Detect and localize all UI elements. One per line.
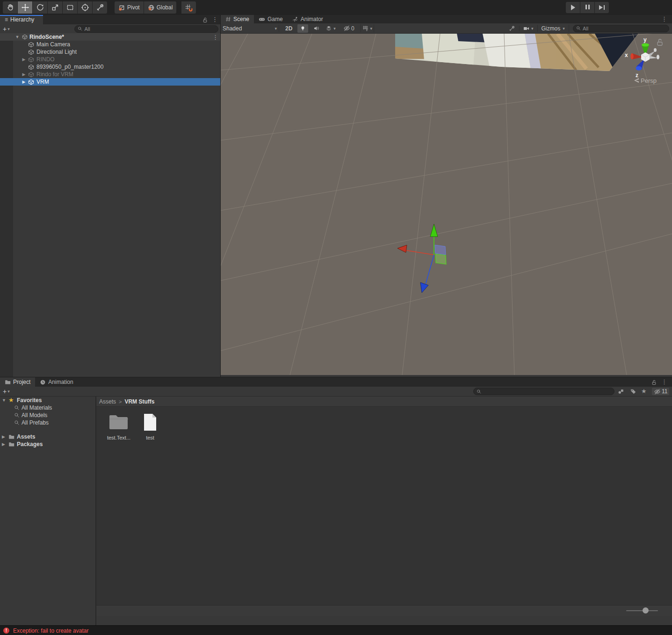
dropdown-arrow-icon: ▾ (370, 26, 373, 31)
shading-mode-value: Shaded (223, 25, 242, 32)
rotate-tool-button[interactable] (33, 1, 47, 14)
scene-menu-icon[interactable]: ⋮ (212, 34, 218, 41)
expander-icon[interactable]: ▶ (22, 72, 26, 77)
gizmos-dropdown[interactable]: Gizmos ▾ (537, 25, 569, 32)
grid-snap-icon (185, 4, 193, 12)
hierarchy-item-rindo[interactable]: ▶ RINDO (0, 56, 220, 63)
hand-tool-button[interactable] (3, 1, 17, 14)
search-icon (14, 405, 20, 411)
status-bar[interactable]: ! Exception: fail to create avatar (0, 625, 672, 635)
favorites-item-all-materials[interactable]: All Materials (0, 404, 95, 411)
gizmo-plane-handle-green[interactable] (435, 254, 446, 264)
pivot-icon (118, 4, 125, 11)
breadcrumb-root[interactable]: Assets (99, 398, 116, 405)
move-tool-button[interactable] (18, 1, 32, 14)
pause-button[interactable] (580, 2, 594, 13)
scale-tool-button[interactable] (48, 1, 62, 14)
shading-mode-dropdown[interactable]: Shaded ▾ (223, 25, 279, 32)
scene-grid-dropdown[interactable]: ▾ (361, 24, 375, 32)
scene-viewport[interactable]: y x z Persp (221, 34, 672, 375)
tab-hierarchy[interactable]: ≡ Hierarchy (0, 15, 43, 24)
hierarchy-toolbar: + ▾ (0, 24, 220, 34)
2d-toggle-button[interactable]: 2D (283, 25, 295, 32)
tab-project[interactable]: Project (0, 377, 35, 387)
play-button[interactable] (566, 2, 580, 13)
hierarchy-create-button[interactable]: + ▾ (3, 25, 10, 33)
tree-item-assets[interactable]: ▶ Assets (0, 433, 95, 440)
project-panel-menu-icon[interactable]: ⋮ (661, 378, 667, 385)
unity-editor-window: Pivot Global (0, 0, 672, 635)
pivot-toggle-button[interactable]: Pivot (115, 1, 144, 14)
scene-panel: Scene Game Animator ⋮ Shaded ▾ (221, 15, 672, 377)
hierarchy-panel-menu-icon[interactable]: ⋮ (212, 16, 218, 23)
transform-tool-button[interactable] (78, 1, 92, 14)
expander-icon[interactable]: ▶ (2, 442, 5, 447)
project-create-button[interactable]: + ▾ (3, 388, 10, 395)
hierarchy-search-input[interactable] (84, 26, 215, 32)
favorites-item-all-models[interactable]: All Models (0, 411, 95, 419)
gizmo-plane-handle-blue[interactable] (435, 245, 446, 255)
asset-item-folder[interactable]: test.Text... (102, 413, 136, 440)
wrench-icon (96, 3, 104, 12)
expander-icon[interactable]: ▼ (2, 398, 6, 403)
scene-lighting-toggle[interactable] (297, 24, 308, 33)
scene-search[interactable] (573, 25, 669, 32)
folder-large-icon (108, 413, 130, 431)
scene-tools-icon[interactable] (508, 25, 515, 32)
scene-audio-toggle[interactable] (311, 24, 321, 32)
scene-panel-menu-icon[interactable]: ⋮ (661, 15, 667, 22)
hierarchy-item-rindo-for-vrm[interactable]: ▶ Rindo for VRM (0, 71, 220, 78)
project-hidden-packages-toggle[interactable]: 11 (652, 388, 669, 395)
expander-icon[interactable]: ▶ (2, 434, 5, 439)
hierarchy-item-directional-light[interactable]: Directional Light (0, 48, 220, 56)
breadcrumb-current[interactable]: VRM Stuffs (124, 398, 154, 405)
lock-icon[interactable] (202, 17, 208, 23)
custom-tool-button[interactable] (93, 1, 107, 14)
lock-icon[interactable] (651, 379, 657, 385)
tab-scene[interactable]: Scene (221, 15, 254, 23)
gamepad-icon (259, 16, 265, 22)
tab-animation[interactable]: Animation (35, 377, 78, 387)
error-icon: ! (3, 628, 9, 634)
search-by-label-icon[interactable] (630, 388, 636, 395)
scene-hidden-objects-toggle[interactable]: 0 (342, 24, 356, 33)
project-search[interactable] (473, 388, 614, 395)
hand-icon (6, 3, 14, 12)
favorites-header-row[interactable]: ▼ ★ Favorites (0, 397, 95, 404)
animation-tab-label: Animation (48, 379, 73, 385)
hierarchy-item-vrm[interactable]: ▶ VRM (0, 78, 220, 86)
favorites-item-all-prefabs[interactable]: All Prefabs (0, 419, 95, 426)
rect-tool-button[interactable] (63, 1, 77, 14)
global-toggle-button[interactable]: Global (144, 1, 177, 14)
tab-game[interactable]: Game (254, 15, 288, 23)
scene-effects-dropdown[interactable]: ▾ (324, 24, 337, 32)
scene-search-input[interactable] (583, 26, 666, 31)
animator-icon (292, 16, 298, 22)
scene-camera-dropdown[interactable]: ▾ (519, 26, 534, 31)
thumbnail-size-slider-track[interactable] (626, 610, 658, 611)
hierarchy-item-main-camera[interactable]: Main Camera (0, 41, 220, 48)
tree-item-label: Packages (17, 441, 43, 447)
search-by-type-icon[interactable] (617, 388, 624, 395)
asset-item-file[interactable]: test (133, 413, 167, 440)
plus-icon: + (3, 25, 7, 33)
project-search-input[interactable] (483, 389, 611, 394)
projection-label: Persp (641, 77, 657, 84)
expander-icon[interactable]: ▼ (15, 35, 20, 39)
cube-icon (28, 49, 34, 55)
thumbnail-size-slider-thumb[interactable] (643, 607, 649, 613)
cube-icon (28, 79, 34, 85)
hierarchy-item-image[interactable]: 89396050_p0_master1200 (0, 63, 220, 71)
scene-tab-label: Scene (233, 16, 249, 22)
favorites-item-label: All Prefabs (22, 419, 49, 426)
scene-header-row[interactable]: ▼ RindoScene* ⋮ (0, 33, 220, 41)
hierarchy-search[interactable] (74, 25, 218, 33)
expander-icon[interactable]: ▶ (22, 79, 26, 84)
step-button[interactable] (595, 2, 609, 13)
favorites-star-icon[interactable]: ★ (641, 388, 647, 395)
tab-animator[interactable]: Animator (288, 15, 328, 23)
tree-item-packages[interactable]: ▶ Packages (0, 440, 95, 448)
expander-icon[interactable]: ▶ (22, 57, 26, 62)
grid-snap-button[interactable] (181, 1, 196, 14)
rect-icon (66, 3, 74, 12)
